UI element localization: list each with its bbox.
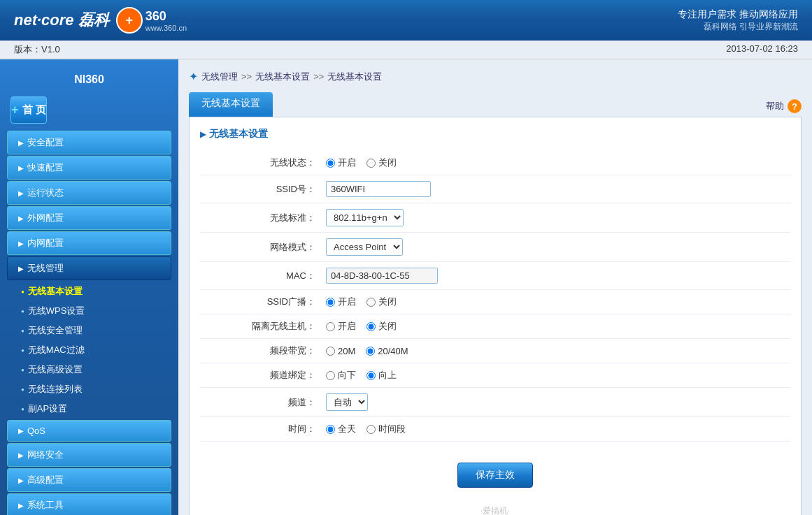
plus-icon: + [11,103,19,117]
bw-2040-radio[interactable] [366,347,375,356]
submenu-mac-filter[interactable]: 无线MAC过滤 [0,340,178,360]
wireless-on-text: 开启 [338,157,356,169]
standard-label: 无线标准： [200,212,326,224]
main-layout: NI360 + 首 页 安全配置 快速配置 运行状态 外网配置 内网配置 无线管… [0,59,812,515]
submenu-security[interactable]: 无线安全管理 [0,321,178,340]
save-area: 保存主效 [200,442,790,502]
mode-control: Access Point Repeater Bridge [326,238,790,256]
ssid-broadcast-on-radio[interactable] [326,298,335,307]
home-button[interactable]: + 首 页 [10,96,47,124]
form-panel: 无线基本设置 无线状态： 开启 关闭 SSID号： [189,117,802,515]
bind-up-radio[interactable] [366,371,376,380]
breadcrumb-item-1: 无线管理 [201,71,238,83]
breadcrumb-sep-2: >> [313,71,324,82]
isolate-off-text: 关闭 [378,320,397,333]
sidebar-item-status[interactable]: 运行状态 [7,181,171,205]
wireless-off-label[interactable]: 关闭 [366,157,397,169]
version-label: 版本：V1.0 [14,43,60,56]
360-url: www.360.cn [145,24,187,32]
save-button[interactable]: 保存主效 [457,463,533,488]
submenu-ap[interactable]: 副AP设置 [0,399,178,419]
bw-20-label[interactable]: 20M [326,346,355,356]
wireless-on-label[interactable]: 开启 [326,157,356,169]
time-label: 时间： [200,423,326,435]
sidebar-item-security[interactable]: 安全配置 [7,131,171,154]
channel-control: 自动 1234 5678 91011 [326,393,790,411]
help-icon: ? [788,99,802,113]
ssid-row: SSID号： [200,175,790,203]
360-logo: 360 [145,9,187,24]
tab-bar: 无线基本设置 帮助 ? [189,92,802,117]
wireless-status-label: 无线状态： [200,157,326,169]
sidebar-item-systool[interactable]: 系统工具 [7,493,171,515]
ssid-broadcast-row: SSID广播： 开启 关闭 [200,290,790,314]
isolate-off-label[interactable]: 关闭 [366,320,397,333]
bw-20-text: 20M [338,346,355,356]
help-label: 帮助 [766,100,784,113]
breadcrumb-item-2: 无线基本设置 [255,71,310,83]
content-area: ✦ 无线管理 >> 无线基本设置 >> 无线基本设置 无线基本设置 帮助 ? 无… [178,59,812,515]
sidebar-item-wireless[interactable]: 无线管理 [7,256,171,280]
360-circle-icon: + [125,13,133,28]
isolate-on-label[interactable]: 开启 [326,320,356,333]
sidebar-item-qos[interactable]: QoS [7,420,171,442]
bandwidth-row: 频段带宽： 20M 20/40M [200,339,790,363]
bind-down-radio[interactable] [326,371,335,380]
time-segment-text: 时间段 [378,423,406,435]
submenu-advanced[interactable]: 无线高级设置 [0,360,178,379]
wireless-off-radio[interactable] [366,159,376,168]
mode-row: 网络模式： Access Point Repeater Bridge [200,233,790,262]
mode-select[interactable]: Access Point Repeater Bridge [326,238,403,256]
isolate-on-radio[interactable] [326,322,335,331]
breadcrumb: ✦ 无线管理 >> 无线基本设置 >> 无线基本设置 [189,66,802,87]
time-segment-label[interactable]: 时间段 [366,423,406,435]
mac-label: MAC： [200,270,326,282]
time-allday-radio[interactable] [326,425,335,434]
standard-control: 802.11b+g+n 802.11b+g 802.11n [326,209,790,226]
channel-label: 频道： [200,396,326,409]
bandwidth-label: 频段带宽： [200,344,326,357]
mac-row: MAC： [200,262,790,290]
section-title: 无线基本设置 [200,128,790,140]
device-name: NI360 [0,66,178,96]
submenu-basic[interactable]: 无线基本设置 [0,282,178,301]
ssid-broadcast-label: SSID广播： [200,296,326,308]
isolate-control: 开启 关闭 [326,320,790,333]
mac-input [326,268,438,284]
sidebar-item-wan[interactable]: 外网配置 [7,206,171,230]
tagline2: 磊科网络 引导业界新潮流 [678,21,798,33]
bw-20-radio[interactable] [326,347,335,356]
tab-basic-settings[interactable]: 无线基本设置 [189,92,273,117]
channel-select[interactable]: 自动 1234 5678 91011 [326,393,368,411]
ssid-label: SSID号： [200,183,326,196]
wireless-off-text: 关闭 [378,157,397,169]
bind-up-label[interactable]: 向上 [366,369,397,382]
isolate-off-radio[interactable] [366,322,376,331]
wireless-on-radio[interactable] [326,159,335,168]
sidebar-item-adv[interactable]: 高级配置 [7,468,171,492]
ssid-broadcast-off-radio[interactable] [366,298,376,307]
ssid-control [326,181,790,197]
channel-bind-control: 向下 向上 [326,369,790,382]
ssid-broadcast-on-label[interactable]: 开启 [326,296,356,308]
home-label: 首 页 [22,103,46,117]
ssid-broadcast-off-text: 关闭 [378,296,397,308]
submenu-wps[interactable]: 无线WPS设置 [0,301,178,321]
isolate-label: 隔离无线主机： [200,320,326,333]
ssid-broadcast-off-label[interactable]: 关闭 [366,296,397,308]
bind-down-label[interactable]: 向下 [326,369,356,382]
sidebar-item-netsec[interactable]: 网络安全 [7,443,171,467]
ssid-input[interactable] [326,181,431,197]
sidebar-item-quick[interactable]: 快速配置 [7,156,171,180]
time-segment-radio[interactable] [366,425,376,434]
bind-down-text: 向下 [338,369,356,382]
bw-2040-label[interactable]: 20/40M [366,346,408,356]
help-button[interactable]: 帮助 ? [766,99,802,117]
breadcrumb-arrow-icon: ✦ [189,70,198,83]
submenu-list[interactable]: 无线连接列表 [0,379,178,399]
standard-select[interactable]: 802.11b+g+n 802.11b+g 802.11n [326,209,404,226]
isolate-row: 隔离无线主机： 开启 关闭 [200,314,790,339]
wireless-status-row: 无线状态： 开启 关闭 [200,151,790,175]
sidebar-item-lan[interactable]: 内网配置 [7,231,171,255]
time-allday-label[interactable]: 全天 [326,423,356,435]
